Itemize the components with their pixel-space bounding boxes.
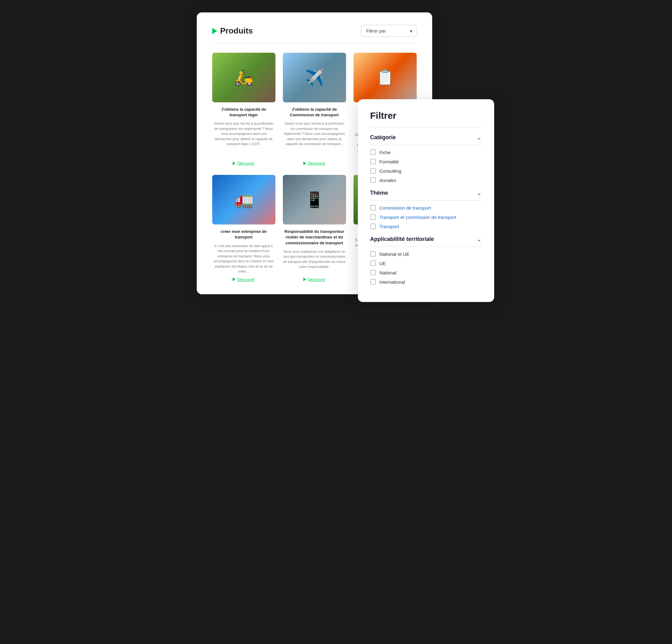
filter-checkbox-consulting[interactable] — [370, 168, 376, 174]
filter-checkbox-transport[interactable] — [370, 224, 376, 229]
filter-option-fiche[interactable]: Fiche — [370, 150, 482, 155]
filter-panel: Filtrer Catégorie ⌄ Fiche Formalité Cons… — [358, 99, 494, 302]
product-card-4: 🚛 créer mon entreprise de transport Il n… — [212, 175, 275, 282]
product-title-4: créer mon entreprise de transport — [212, 229, 275, 240]
play-icon — [212, 28, 217, 34]
mini-play-icon-2 — [303, 162, 306, 165]
filter-option-label-international: International — [380, 279, 405, 285]
filter-section-title-applicabilite: Applicabillité territoriale — [370, 236, 434, 243]
product-desc-2: Saviez-vous que l'accès à la profession … — [283, 121, 346, 147]
product-card: 🛵 J'obtiens la capacité de transport lég… — [212, 53, 275, 166]
product-title-5: Responsabilité du transporteur routier d… — [283, 229, 346, 246]
filter-option-label-consulting: Consulting — [380, 168, 401, 174]
product-figure-1: 🛵 — [212, 53, 275, 102]
filter-option-annales[interactable]: Annales — [370, 177, 482, 183]
product-desc-4: Il n'est pas nécessaire de faire appel à… — [212, 243, 275, 274]
mini-play-icon-4 — [233, 278, 236, 281]
chevron-down-icon-applicabilite: ⌄ — [477, 235, 482, 243]
filter-select[interactable]: Filtrer par — [361, 25, 417, 37]
filter-panel-title: Filtrer — [370, 110, 482, 121]
filter-section-title-categorie: Catégorie — [370, 134, 396, 141]
filter-checkbox-formalite[interactable] — [370, 159, 376, 164]
filter-section-header-applicabilite[interactable]: Applicabillité territoriale ⌄ — [370, 235, 482, 246]
filter-section-divider-theme — [370, 200, 482, 201]
product-desc-5: Nous vous expliquons vos obligations en … — [283, 249, 346, 269]
product-title-1: J'obtiens la capacité de transport léger — [212, 107, 275, 118]
product-title-2: J'obtiens la capacité de Commission de t… — [283, 107, 346, 118]
product-desc-1: Saviez-vous que l'accès à la profession … — [212, 121, 275, 147]
filter-section-divider-applicabilite — [370, 246, 482, 247]
product-image-4: 🚛 — [212, 175, 275, 224]
filter-section-header-theme[interactable]: Thème ⌄ — [370, 189, 482, 200]
filter-option-formalite[interactable]: Formalité — [370, 159, 482, 164]
filter-option-label-fiche: Fiche — [380, 150, 391, 155]
filter-option-commission[interactable]: Commission de transport — [370, 205, 482, 211]
decouvrir-link-4[interactable]: Découvrir — [233, 277, 255, 282]
filter-option-label-national-ue: National et UE — [380, 251, 410, 257]
filter-checkbox-annales[interactable] — [370, 177, 376, 183]
header-divider — [212, 43, 417, 44]
filter-section-title-theme: Thème — [370, 190, 388, 196]
page-title-wrap: Produits — [212, 26, 253, 36]
decouvrir-link-2[interactable]: Découvrir — [303, 161, 325, 166]
product-card-2: ✈️ J'obtiens la capacité de Commission d… — [283, 53, 346, 166]
filter-select-wrapper[interactable]: Filtrer par — [361, 25, 417, 37]
filter-section-categorie: Catégorie ⌄ Fiche Formalité Consulting A… — [370, 133, 482, 183]
product-image-5: 📱 — [283, 175, 346, 224]
product-image-1: 🛵 — [212, 53, 275, 102]
product-figure-2: ✈️ — [283, 53, 346, 102]
filter-option-national[interactable]: National — [370, 270, 482, 275]
filter-section-theme: Thème ⌄ Commission de transport Transpor… — [370, 189, 482, 229]
page-title: Produits — [220, 26, 253, 36]
filter-option-transport-commission[interactable]: Transport et commission de transport — [370, 214, 482, 220]
filter-option-ue[interactable]: UE — [370, 260, 482, 266]
product-figure-5: 📱 — [283, 175, 346, 224]
filter-option-label-transport: Transport — [380, 224, 399, 229]
filter-checkbox-commission[interactable] — [370, 205, 376, 211]
decouvrir-link-1[interactable]: Découvrir — [233, 161, 255, 166]
filter-checkbox-national-ue[interactable] — [370, 251, 376, 257]
filter-checkbox-ue[interactable] — [370, 260, 376, 266]
filter-section-header-categorie[interactable]: Catégorie ⌄ — [370, 133, 482, 145]
filter-section-divider-categorie — [370, 145, 482, 145]
filter-option-label-annales: Annales — [380, 178, 396, 183]
mini-play-icon-1 — [233, 162, 236, 165]
filter-checkbox-transport-commission[interactable] — [370, 214, 376, 220]
filter-option-label-formalite: Formalité — [380, 159, 399, 164]
filter-option-consulting[interactable]: Consulting — [370, 168, 482, 174]
filter-section-applicabilite: Applicabillité territoriale ⌄ National e… — [370, 235, 482, 285]
product-image-3: 📋 — [353, 53, 417, 102]
product-figure-3: 📋 — [353, 53, 417, 102]
filter-checkbox-national[interactable] — [370, 270, 376, 275]
filter-option-transport[interactable]: Transport — [370, 224, 482, 229]
chevron-down-icon-theme: ⌄ — [477, 189, 482, 197]
mini-play-icon-5 — [303, 278, 306, 281]
header-row: Produits Filtrer par — [212, 25, 417, 37]
filter-checkbox-fiche[interactable] — [370, 150, 376, 155]
filter-option-label-ue: UE — [380, 261, 386, 266]
filter-option-label-national: National — [380, 270, 397, 275]
decouvrir-link-5[interactable]: Découvrir — [303, 277, 325, 282]
layout-wrapper: Produits Filtrer par 🛵 J'obtiens la capa… — [197, 12, 476, 294]
filter-option-label-commission: Commission de transport — [380, 205, 431, 211]
product-card-5: 📱 Responsabilité du transporteur routier… — [283, 175, 346, 282]
product-figure-4: 🚛 — [212, 175, 275, 224]
product-image-2: ✈️ — [283, 53, 346, 102]
filter-option-label-transport-commission: Transport et commission de transport — [380, 214, 456, 220]
filter-checkbox-international[interactable] — [370, 279, 376, 285]
chevron-down-icon-categorie: ⌄ — [477, 133, 482, 141]
filter-option-international[interactable]: International — [370, 279, 482, 285]
filter-option-national-ue[interactable]: National et UE — [370, 251, 482, 257]
